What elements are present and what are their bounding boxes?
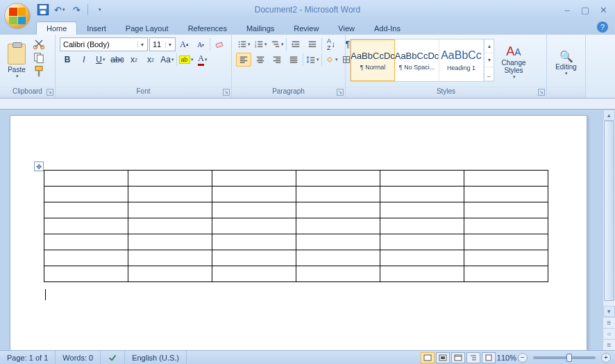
table-row[interactable]	[44, 171, 548, 187]
table-row[interactable]	[44, 266, 548, 282]
format-painter-button[interactable]	[32, 65, 46, 78]
scroll-down-button[interactable]: ▾	[603, 306, 615, 317]
font-name-value: Calibri (Body)	[60, 40, 137, 49]
paste-label: Paste	[8, 66, 26, 73]
superscript-button[interactable]: x2	[143, 53, 158, 67]
view-web-layout[interactable]	[451, 352, 465, 363]
highlight-button[interactable]: ab▾	[178, 53, 194, 67]
prev-page-button[interactable]: ≡	[603, 317, 615, 328]
subscript-button[interactable]: x2	[126, 53, 142, 67]
table-row[interactable]	[44, 187, 548, 202]
qat-save[interactable]	[36, 3, 50, 17]
style-normal[interactable]: AaBbCcDc¶ Normal	[351, 40, 395, 81]
multilevel-list-button[interactable]: ▾	[269, 37, 285, 51]
close-button[interactable]: ✕	[597, 5, 609, 15]
align-center-button[interactable]	[253, 53, 268, 67]
font-size-combo[interactable]: 11▾	[149, 37, 176, 51]
editing-button[interactable]: 🔍 Editing ▾	[550, 36, 582, 85]
zoom-slider[interactable]	[533, 356, 596, 359]
scroll-track[interactable]	[603, 121, 615, 306]
status-page[interactable]: Page: 1 of 1	[0, 351, 56, 364]
tab-home[interactable]: Home	[36, 21, 77, 35]
font-name-combo[interactable]: Calibri (Body)▾	[60, 37, 148, 51]
tab-add-ins[interactable]: Add-Ins	[364, 22, 410, 35]
svg-rect-31	[240, 57, 248, 58]
browse-object-button[interactable]: ○	[603, 328, 615, 339]
style-heading-1[interactable]: AaBbCcHeading 1	[439, 40, 484, 81]
tab-references[interactable]: References	[178, 22, 237, 35]
help-button[interactable]: ?	[597, 21, 608, 33]
table-row[interactable]	[44, 202, 548, 218]
bullets-button[interactable]: ▾	[236, 37, 251, 51]
zoom-out-button[interactable]: −	[518, 353, 528, 363]
line-spacing-button[interactable]: ▾	[305, 53, 320, 67]
strikethrough-button[interactable]: abc	[110, 53, 125, 67]
shrink-font-button[interactable]: A▾	[193, 37, 208, 51]
change-case-button[interactable]: Aa▾	[160, 53, 175, 67]
scroll-up-button[interactable]: ▴	[603, 110, 615, 121]
table-row[interactable]	[44, 250, 548, 266]
tab-review[interactable]: Review	[284, 22, 328, 35]
underline-button[interactable]: U▾	[93, 53, 108, 67]
qat-redo[interactable]: ↷	[69, 3, 83, 17]
clipboard-launcher[interactable]: ↘	[47, 89, 53, 96]
restore-button[interactable]: ▢	[579, 5, 591, 15]
decrease-indent-button[interactable]	[288, 37, 303, 51]
zoom-level[interactable]: 110%	[497, 354, 516, 362]
change-styles-button[interactable]: AA Change Styles ▾	[497, 39, 530, 85]
font-color-button[interactable]: A▾	[195, 53, 210, 67]
qat-undo[interactable]: ↶▾	[53, 3, 67, 17]
horizontal-ruler[interactable]	[0, 98, 615, 110]
italic-button[interactable]: I	[76, 53, 92, 67]
tab-view[interactable]: View	[328, 22, 364, 35]
view-outline[interactable]	[466, 352, 480, 363]
justify-button[interactable]	[286, 53, 301, 67]
table-row[interactable]	[44, 234, 548, 250]
grow-font-button[interactable]: A▴	[177, 37, 192, 51]
minimize-button[interactable]: –	[561, 5, 573, 15]
svg-rect-44	[290, 58, 298, 59]
svg-rect-32	[240, 58, 245, 59]
align-right-button[interactable]	[269, 53, 285, 67]
document-table[interactable]	[44, 170, 548, 282]
svg-rect-37	[257, 60, 264, 61]
tab-insert[interactable]: Insert	[77, 22, 116, 35]
copy-button[interactable]	[32, 51, 46, 64]
view-full-screen[interactable]	[436, 352, 450, 363]
bold-button[interactable]: B	[60, 53, 75, 67]
numbering-button[interactable]: 123▾	[253, 37, 268, 51]
page[interactable]: ✥	[10, 115, 587, 350]
paste-button[interactable]: Paste ▾	[3, 36, 31, 85]
styles-launcher[interactable]: ↘	[538, 89, 545, 96]
office-button[interactable]	[4, 3, 31, 29]
page-viewport[interactable]: ✥	[0, 110, 603, 350]
view-draft[interactable]	[482, 352, 496, 363]
table-move-handle[interactable]: ✥	[34, 162, 44, 171]
font-launcher[interactable]: ↘	[223, 89, 230, 96]
style-preview: AaBbCcDc	[395, 51, 439, 61]
status-language[interactable]: English (U.S.)	[125, 351, 187, 364]
view-print-layout[interactable]	[421, 352, 435, 363]
increase-indent-button[interactable]	[305, 37, 320, 51]
paragraph-launcher[interactable]: ↘	[337, 89, 344, 96]
clear-formatting-button[interactable]	[212, 37, 227, 51]
scroll-thumb[interactable]	[604, 121, 614, 301]
tab-mailings[interactable]: Mailings	[237, 22, 284, 35]
sort-button[interactable]: AZ↓	[323, 37, 339, 51]
shading-button[interactable]: ▾	[323, 53, 339, 67]
gallery-scroll[interactable]: ▴▾⎯	[484, 40, 494, 81]
zoom-slider-knob[interactable]	[566, 354, 572, 362]
table-row[interactable]	[44, 218, 548, 234]
svg-rect-38	[258, 62, 263, 63]
next-page-button[interactable]: ≡	[603, 339, 615, 350]
cut-button[interactable]	[32, 37, 46, 50]
style-no-spacing[interactable]: AaBbCcDc¶ No Spaci...	[395, 40, 439, 81]
align-left-button[interactable]	[236, 53, 251, 67]
vertical-scrollbar[interactable]: ▴ ▾ ≡ ○ ≡	[603, 110, 615, 350]
print-layout-icon	[423, 354, 432, 361]
status-proofing[interactable]	[101, 351, 125, 364]
qat-customize[interactable]: ▾	[92, 3, 106, 17]
tab-page-layout[interactable]: Page Layout	[116, 22, 178, 35]
status-words[interactable]: Words: 0	[56, 351, 101, 364]
zoom-in-button[interactable]: +	[601, 353, 611, 363]
